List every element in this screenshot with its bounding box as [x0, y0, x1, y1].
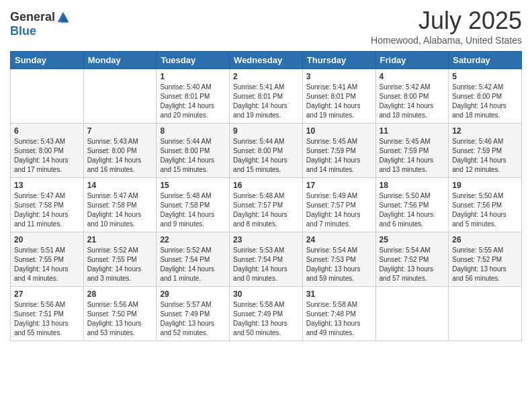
- month-title: July 2025: [371, 7, 522, 35]
- day-of-week-header: Friday: [375, 52, 449, 69]
- logo: General Blue: [10, 7, 70, 38]
- day-number: 25: [380, 235, 445, 244]
- calendar-cell: 21Sunrise: 5:52 AMSunset: 7:55 PMDayligh…: [83, 232, 157, 287]
- day-info: Sunrise: 5:48 AMSunset: 7:58 PMDaylight:…: [160, 191, 226, 229]
- calendar-cell: 3Sunrise: 5:41 AMSunset: 8:01 PMDaylight…: [302, 69, 375, 124]
- calendar-cell: 19Sunrise: 5:50 AMSunset: 7:56 PMDayligh…: [449, 178, 522, 232]
- day-number: 30: [233, 289, 299, 299]
- day-info: Sunrise: 5:40 AMSunset: 8:01 PMDaylight:…: [160, 83, 226, 120]
- day-number: 15: [160, 181, 226, 190]
- calendar-cell: 5Sunrise: 5:42 AMSunset: 8:00 PMDaylight…: [449, 69, 522, 124]
- calendar-cell: [11, 69, 84, 124]
- day-of-week-header: Monday: [83, 52, 157, 69]
- calendar-cell: [375, 287, 449, 341]
- day-number: 17: [306, 181, 372, 190]
- header: General Blue July 2025 Homewood, Alabama…: [10, 7, 522, 46]
- day-info: Sunrise: 5:42 AMSunset: 8:00 PMDaylight:…: [452, 83, 518, 120]
- day-number: 23: [233, 235, 299, 244]
- calendar-cell: 31Sunrise: 5:58 AMSunset: 7:48 PMDayligh…: [302, 287, 375, 341]
- day-number: 22: [160, 235, 226, 244]
- day-number: 24: [306, 235, 372, 244]
- calendar-table: SundayMondayTuesdayWednesdayThursdayFrid…: [10, 51, 522, 341]
- calendar-cell: 27Sunrise: 5:56 AMSunset: 7:51 PMDayligh…: [11, 287, 84, 341]
- logo-icon: [56, 11, 70, 24]
- day-of-week-header: Tuesday: [157, 52, 230, 69]
- day-info: Sunrise: 5:47 AMSunset: 7:58 PMDaylight:…: [87, 191, 153, 229]
- calendar-week-row: 13Sunrise: 5:47 AMSunset: 7:58 PMDayligh…: [11, 178, 522, 232]
- day-info: Sunrise: 5:56 AMSunset: 7:50 PMDaylight:…: [87, 300, 153, 338]
- day-info: Sunrise: 5:54 AMSunset: 7:52 PMDaylight:…: [380, 246, 445, 283]
- day-info: Sunrise: 5:50 AMSunset: 7:56 PMDaylight:…: [452, 191, 518, 229]
- day-number: 3: [306, 72, 372, 81]
- page: General Blue July 2025 Homewood, Alabama…: [0, 0, 532, 411]
- calendar-week-row: 27Sunrise: 5:56 AMSunset: 7:51 PMDayligh…: [11, 287, 522, 341]
- calendar-cell: 9Sunrise: 5:44 AMSunset: 8:00 PMDaylight…: [230, 124, 303, 178]
- calendar-cell: 17Sunrise: 5:49 AMSunset: 7:57 PMDayligh…: [302, 178, 375, 232]
- day-number: 26: [452, 235, 518, 244]
- day-number: 21: [87, 235, 153, 244]
- day-info: Sunrise: 5:49 AMSunset: 7:57 PMDaylight:…: [306, 191, 372, 229]
- day-of-week-header: Saturday: [449, 52, 522, 69]
- calendar-cell: 11Sunrise: 5:45 AMSunset: 7:59 PMDayligh…: [375, 124, 449, 178]
- day-number: 5: [452, 72, 518, 81]
- day-info: Sunrise: 5:41 AMSunset: 8:01 PMDaylight:…: [306, 83, 372, 120]
- day-number: 9: [233, 126, 299, 136]
- day-info: Sunrise: 5:41 AMSunset: 8:01 PMDaylight:…: [233, 83, 299, 120]
- calendar-cell: 28Sunrise: 5:56 AMSunset: 7:50 PMDayligh…: [83, 287, 157, 341]
- day-number: 1: [160, 72, 226, 81]
- day-number: 16: [233, 181, 299, 190]
- calendar-cell: [83, 69, 157, 124]
- calendar-cell: 20Sunrise: 5:51 AMSunset: 7:55 PMDayligh…: [11, 232, 84, 287]
- day-info: Sunrise: 5:50 AMSunset: 7:56 PMDaylight:…: [380, 191, 445, 229]
- calendar-week-row: 20Sunrise: 5:51 AMSunset: 7:55 PMDayligh…: [11, 232, 522, 287]
- day-number: 4: [380, 72, 445, 81]
- day-info: Sunrise: 5:44 AMSunset: 8:00 PMDaylight:…: [233, 137, 299, 175]
- title-area: July 2025 Homewood, Alabama, United Stat…: [371, 7, 522, 46]
- calendar-cell: 25Sunrise: 5:54 AMSunset: 7:52 PMDayligh…: [375, 232, 449, 287]
- calendar-cell: 1Sunrise: 5:40 AMSunset: 8:01 PMDaylight…: [157, 69, 230, 124]
- calendar-cell: 16Sunrise: 5:48 AMSunset: 7:57 PMDayligh…: [230, 178, 303, 232]
- day-number: 19: [452, 181, 518, 190]
- day-number: 31: [306, 289, 372, 299]
- day-info: Sunrise: 5:42 AMSunset: 8:00 PMDaylight:…: [380, 83, 445, 120]
- day-info: Sunrise: 5:48 AMSunset: 7:57 PMDaylight:…: [233, 191, 299, 229]
- calendar-cell: 18Sunrise: 5:50 AMSunset: 7:56 PMDayligh…: [375, 178, 449, 232]
- logo-general-text: General: [10, 10, 55, 24]
- day-number: 8: [160, 126, 226, 136]
- day-number: 27: [14, 289, 80, 299]
- day-info: Sunrise: 5:43 AMSunset: 8:00 PMDaylight:…: [14, 137, 80, 175]
- day-info: Sunrise: 5:52 AMSunset: 7:54 PMDaylight:…: [160, 246, 226, 283]
- day-number: 28: [87, 289, 153, 299]
- calendar-cell: 15Sunrise: 5:48 AMSunset: 7:58 PMDayligh…: [157, 178, 230, 232]
- calendar-week-row: 6Sunrise: 5:43 AMSunset: 8:00 PMDaylight…: [11, 124, 522, 178]
- day-number: 14: [87, 181, 153, 190]
- day-info: Sunrise: 5:51 AMSunset: 7:55 PMDaylight:…: [14, 246, 80, 283]
- day-number: 29: [160, 289, 226, 299]
- calendar-cell: 14Sunrise: 5:47 AMSunset: 7:58 PMDayligh…: [83, 178, 157, 232]
- day-info: Sunrise: 5:43 AMSunset: 8:00 PMDaylight:…: [87, 137, 153, 175]
- day-info: Sunrise: 5:46 AMSunset: 7:59 PMDaylight:…: [452, 137, 518, 175]
- calendar-cell: 26Sunrise: 5:55 AMSunset: 7:52 PMDayligh…: [449, 232, 522, 287]
- day-info: Sunrise: 5:58 AMSunset: 7:49 PMDaylight:…: [233, 300, 299, 338]
- calendar-cell: 8Sunrise: 5:44 AMSunset: 8:00 PMDaylight…: [157, 124, 230, 178]
- day-number: 11: [380, 126, 445, 136]
- calendar-cell: 22Sunrise: 5:52 AMSunset: 7:54 PMDayligh…: [157, 232, 230, 287]
- calendar-cell: 10Sunrise: 5:45 AMSunset: 7:59 PMDayligh…: [302, 124, 375, 178]
- calendar-cell: 24Sunrise: 5:54 AMSunset: 7:53 PMDayligh…: [302, 232, 375, 287]
- calendar-cell: 4Sunrise: 5:42 AMSunset: 8:00 PMDaylight…: [375, 69, 449, 124]
- day-info: Sunrise: 5:58 AMSunset: 7:48 PMDaylight:…: [306, 300, 372, 338]
- day-info: Sunrise: 5:56 AMSunset: 7:51 PMDaylight:…: [14, 300, 80, 338]
- day-info: Sunrise: 5:45 AMSunset: 7:59 PMDaylight:…: [306, 137, 372, 175]
- calendar-cell: 29Sunrise: 5:57 AMSunset: 7:49 PMDayligh…: [157, 287, 230, 341]
- calendar-cell: 2Sunrise: 5:41 AMSunset: 8:01 PMDaylight…: [230, 69, 303, 124]
- day-number: 6: [14, 126, 80, 136]
- day-info: Sunrise: 5:55 AMSunset: 7:52 PMDaylight:…: [452, 246, 518, 283]
- day-number: 12: [452, 126, 518, 136]
- calendar-cell: 6Sunrise: 5:43 AMSunset: 8:00 PMDaylight…: [11, 124, 84, 178]
- logo-blue-text: Blue: [10, 24, 36, 38]
- calendar-cell: 30Sunrise: 5:58 AMSunset: 7:49 PMDayligh…: [230, 287, 303, 341]
- day-number: 18: [380, 181, 445, 190]
- location: Homewood, Alabama, United States: [371, 35, 522, 46]
- day-info: Sunrise: 5:44 AMSunset: 8:00 PMDaylight:…: [160, 137, 226, 175]
- day-info: Sunrise: 5:54 AMSunset: 7:53 PMDaylight:…: [306, 246, 372, 283]
